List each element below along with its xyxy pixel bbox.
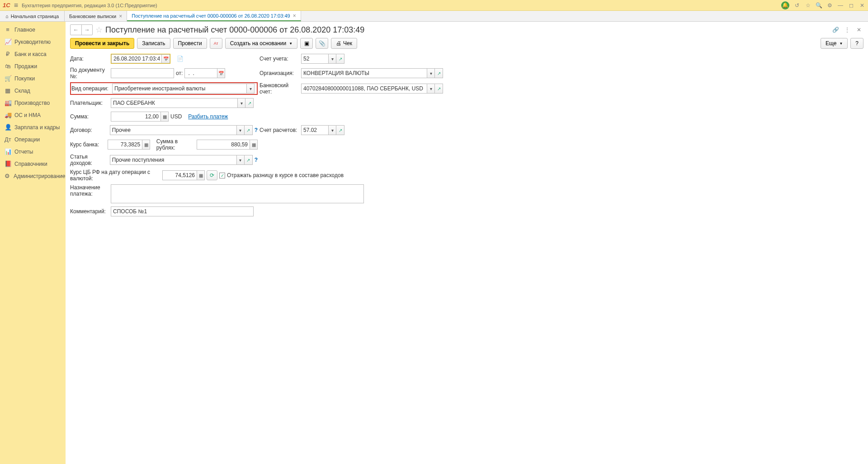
history-icon[interactable]: ↺ <box>794 2 800 9</box>
refresh-button[interactable]: ⟳ <box>207 170 217 180</box>
docdate-input[interactable] <box>184 68 217 78</box>
menu-icon[interactable]: ≡ <box>14 1 18 9</box>
more-icon[interactable]: ⋮ <box>843 25 852 34</box>
attach-button[interactable]: 📎 <box>316 38 328 49</box>
person-icon: 👤 <box>5 124 11 131</box>
nav-reports[interactable]: 📊Отчеты <box>0 145 66 158</box>
purpose-input[interactable] <box>111 184 364 203</box>
comment-input[interactable] <box>111 206 254 216</box>
home-icon: ⌂ <box>5 14 9 19</box>
back-button[interactable]: ← <box>71 25 81 35</box>
nav-purchases[interactable]: 🛒Покупки <box>0 72 66 84</box>
open-icon[interactable]: ↗ <box>245 125 253 135</box>
bankrate-input[interactable] <box>108 140 142 150</box>
help-icon[interactable]: ? <box>255 157 258 163</box>
tab-home[interactable]: ⌂ Начальная страница <box>0 11 65 21</box>
dropdown-icon[interactable]: ▾ <box>328 54 336 64</box>
open-icon[interactable]: ↗ <box>245 155 253 165</box>
notification-icon[interactable]: 🔔 <box>781 1 789 9</box>
calc-icon[interactable]: ▦ <box>250 140 258 150</box>
nav-main[interactable]: ≡Главное <box>0 23 66 36</box>
date-input[interactable] <box>111 54 162 63</box>
cbrate-input[interactable] <box>162 170 197 180</box>
nav-sales[interactable]: 🛍Продажи <box>0 60 66 72</box>
calc-icon[interactable]: ▦ <box>197 170 205 180</box>
cbrate-label: Курс ЦБ РФ на дату операции с валютой: <box>70 169 160 182</box>
open-icon[interactable]: ↗ <box>336 125 344 135</box>
nav-admin[interactable]: ⚙Администрирование <box>0 170 66 182</box>
bankacc-input[interactable] <box>301 84 427 94</box>
minimize-icon[interactable]: — <box>837 2 844 9</box>
dropdown-icon[interactable]: ▾ <box>236 155 245 165</box>
dropdown-icon[interactable]: ▾ <box>427 84 435 94</box>
structure-button[interactable]: ▣ <box>300 38 313 49</box>
payer-input[interactable] <box>111 98 237 108</box>
tab-receipt[interactable]: Поступление на расчетный счет 0000-00000… <box>127 11 301 21</box>
settings-icon[interactable]: ⚙ <box>826 2 833 9</box>
favorite-icon[interactable]: ☆ <box>95 25 103 35</box>
account-input[interactable] <box>301 54 328 64</box>
nav-assets[interactable]: 🚚ОС и НМА <box>0 109 66 121</box>
maximize-icon[interactable]: ◻ <box>848 2 854 9</box>
calc-icon[interactable]: ▦ <box>142 140 150 150</box>
dropdown-icon[interactable]: ▾ <box>328 125 336 135</box>
tab-close-icon[interactable]: × <box>293 13 296 19</box>
close-icon[interactable]: ✕ <box>859 2 865 9</box>
sum-input[interactable] <box>111 112 160 122</box>
link-icon[interactable]: 🔗 <box>831 25 840 34</box>
nav-hr[interactable]: 👤Зарплата и кадры <box>0 121 66 133</box>
post-button[interactable]: Провести <box>173 38 207 49</box>
calendar-icon[interactable]: 📅 <box>217 68 225 78</box>
nav-manager[interactable]: 📈Руководителю <box>0 36 66 48</box>
tab-bank-statements[interactable]: Банковские выписки × <box>65 11 127 21</box>
doc-status-icon[interactable]: 📄 <box>177 56 184 62</box>
help-button[interactable]: ? <box>850 38 863 49</box>
help-icon[interactable]: ? <box>255 127 258 133</box>
search-icon[interactable]: 🔍 <box>816 2 822 9</box>
nav-warehouse[interactable]: ▦Склад <box>0 84 66 97</box>
contract-input[interactable] <box>110 125 236 135</box>
forward-button[interactable]: → <box>81 25 92 35</box>
calendar-icon[interactable]: 📅 <box>162 54 170 63</box>
postings-button[interactable]: Ат <box>210 38 222 49</box>
check-button[interactable]: 🖨 Чек <box>331 38 357 49</box>
nav-catalogs[interactable]: 📕Справочники <box>0 158 66 170</box>
open-icon[interactable]: ↗ <box>336 54 344 64</box>
report-icon: 📊 <box>5 148 11 155</box>
docno-input[interactable] <box>111 68 174 78</box>
nav-production[interactable]: 🏭Производство <box>0 97 66 109</box>
nav-bank[interactable]: ₽Банк и касса <box>0 48 66 60</box>
tabbar: ⌂ Начальная страница Банковские выписки … <box>0 11 868 22</box>
close-panel-icon[interactable]: ✕ <box>854 25 863 34</box>
tab-label: Поступление на расчетный счет 0000-00000… <box>132 13 290 19</box>
income-input[interactable] <box>110 155 236 165</box>
org-input[interactable] <box>301 68 427 78</box>
more-button[interactable]: Еще▼ <box>821 38 848 49</box>
open-icon[interactable]: ↗ <box>435 68 443 78</box>
split-payment-link[interactable]: Разбить платеж <box>188 113 228 120</box>
optype-input[interactable] <box>112 84 246 94</box>
reflect-label: Отражать разницу в курсе в составе расхо… <box>227 172 344 178</box>
chart-icon: 📈 <box>5 38 11 45</box>
dropdown-icon[interactable]: ▾ <box>236 125 245 135</box>
dropdown-icon[interactable]: ▾ <box>246 84 255 94</box>
account-label: Счет учета: <box>259 56 299 62</box>
sidebar: ≡Главное 📈Руководителю ₽Банк и касса 🛍Пр… <box>0 22 66 464</box>
create-based-button[interactable]: Создать на основании▼ <box>225 38 297 49</box>
reflect-checkbox[interactable]: ✓ <box>219 173 225 178</box>
calc-icon[interactable]: ▦ <box>160 112 169 122</box>
star-icon[interactable]: ☆ <box>805 2 811 9</box>
settle-input[interactable] <box>301 125 328 135</box>
sumrub-input[interactable] <box>197 140 250 150</box>
post-close-button[interactable]: Провести и закрыть <box>70 38 134 49</box>
dropdown-icon[interactable]: ▾ <box>427 68 435 78</box>
date-label: Дата: <box>70 56 109 62</box>
open-icon[interactable]: ↗ <box>245 98 254 108</box>
save-button[interactable]: Записать <box>137 38 170 49</box>
tab-label: Начальная страница <box>11 14 59 19</box>
nav-operations[interactable]: ДтОперации <box>0 133 66 145</box>
bankrate-label: Курс банка: <box>70 141 106 148</box>
tab-close-icon[interactable]: × <box>119 13 122 19</box>
dropdown-icon[interactable]: ▾ <box>237 98 245 108</box>
open-icon[interactable]: ↗ <box>435 84 443 94</box>
